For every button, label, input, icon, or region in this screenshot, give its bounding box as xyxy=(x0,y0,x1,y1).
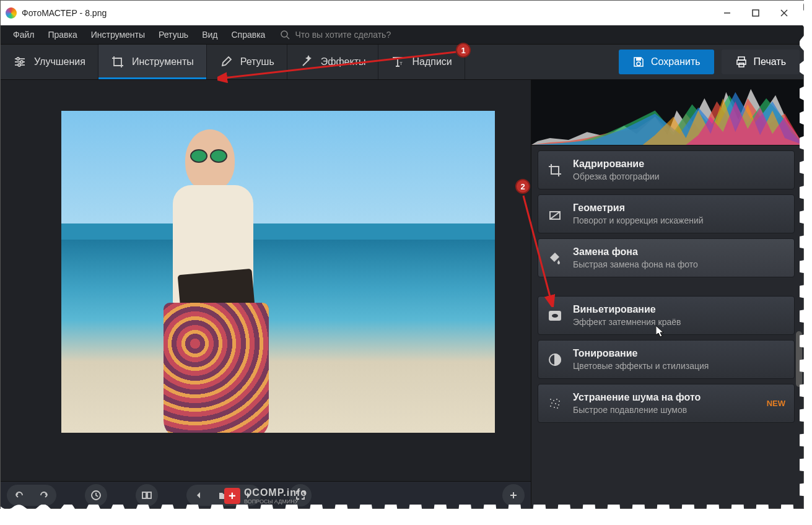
app-icon xyxy=(6,7,17,19)
svg-point-26 xyxy=(551,313,559,318)
tab-improve[interactable]: Улучшения xyxy=(1,45,98,79)
history-button[interactable] xyxy=(85,484,107,506)
search-box[interactable]: Что вы хотите сделать? xyxy=(280,30,391,40)
torn-edge-right xyxy=(800,1,808,510)
vignette-icon xyxy=(547,308,563,324)
svg-point-4 xyxy=(281,31,287,37)
tool-toning[interactable]: Тонирование Цветовые эффекты и стилизаци… xyxy=(538,340,795,379)
tool-denoise[interactable]: Устранение шума на фото Быстрое подавлен… xyxy=(538,384,795,423)
wand-icon xyxy=(300,55,313,69)
tool-desc: Эффект затемнения краёв xyxy=(573,317,785,327)
crop-icon xyxy=(111,55,124,69)
main-area: + OCOMP.info ВОПРОСЫ АДМИНУ xyxy=(1,80,803,508)
app-body: Файл Правка Инструменты Ретушь Вид Справ… xyxy=(1,25,803,508)
tool-desc: Цветовые эффекты и стилизация xyxy=(573,361,785,371)
svg-point-37 xyxy=(557,407,558,409)
tab-tools[interactable]: Инструменты xyxy=(98,45,207,79)
noise-icon xyxy=(547,396,563,412)
print-button[interactable]: Печать xyxy=(722,50,800,74)
maximize-button[interactable] xyxy=(741,3,770,23)
text-icon: T xyxy=(391,55,404,69)
tool-title: Тонирование xyxy=(573,348,785,359)
svg-point-34 xyxy=(558,404,559,406)
print-icon xyxy=(735,56,748,68)
svg-point-35 xyxy=(550,406,551,407)
geometry-icon xyxy=(547,206,563,222)
svg-point-28 xyxy=(550,399,551,400)
tool-desc: Обрезка фотографии xyxy=(573,171,785,181)
search-placeholder: Что вы хотите сделать? xyxy=(295,30,391,40)
save-icon xyxy=(632,56,645,68)
toolbar: Улучшения Инструменты Ретушь Эффекты T Н… xyxy=(1,44,803,80)
histogram xyxy=(531,80,803,145)
menu-edit[interactable]: Правка xyxy=(41,27,83,42)
tool-crop[interactable]: Кадрирование Обрезка фотографии xyxy=(538,150,795,189)
svg-rect-14 xyxy=(636,58,641,61)
svg-rect-18 xyxy=(739,63,744,67)
photo-subject xyxy=(136,111,297,433)
svg-text:T: T xyxy=(399,61,403,66)
watermark-icon: + xyxy=(224,488,240,504)
tool-title: Замена фона xyxy=(573,246,785,258)
svg-point-15 xyxy=(637,62,640,66)
undo-button[interactable] xyxy=(7,485,32,506)
sliders-icon xyxy=(13,55,27,69)
svg-point-29 xyxy=(553,400,554,401)
svg-rect-17 xyxy=(737,60,746,64)
close-button[interactable] xyxy=(770,3,798,23)
compare-button[interactable] xyxy=(136,484,158,506)
tool-title: Виньетирование xyxy=(573,304,785,315)
save-button[interactable]: Сохранить xyxy=(619,50,714,74)
photo-canvas[interactable] xyxy=(61,111,495,433)
watermark-sub: ВОПРОСЫ АДМИНУ xyxy=(244,498,307,505)
svg-point-10 xyxy=(20,61,23,63)
svg-point-32 xyxy=(551,402,552,404)
toning-icon xyxy=(547,352,563,368)
svg-point-30 xyxy=(556,399,557,400)
canvas-area: + OCOMP.info ВОПРОСЫ АДМИНУ xyxy=(1,80,531,508)
tab-effects[interactable]: Эффекты xyxy=(287,45,379,79)
tab-improve-label: Улучшения xyxy=(34,56,85,67)
menu-tools[interactable]: Инструменты xyxy=(85,27,151,42)
menu-help[interactable]: Справка xyxy=(225,27,271,42)
save-label: Сохранить xyxy=(651,56,701,67)
minimize-button[interactable] xyxy=(713,3,741,23)
prev-button[interactable] xyxy=(186,485,211,506)
search-icon xyxy=(280,30,290,40)
menu-retouch[interactable]: Ретушь xyxy=(152,27,194,42)
menu-file[interactable]: Файл xyxy=(7,27,40,42)
svg-point-11 xyxy=(18,64,20,66)
svg-point-33 xyxy=(555,403,556,404)
watermark-text: OCOMP.info xyxy=(244,487,307,498)
tab-retouch[interactable]: Ретушь xyxy=(207,45,287,79)
paint-bucket-icon xyxy=(547,250,563,266)
svg-rect-20 xyxy=(142,492,146,498)
zoom-in-button[interactable] xyxy=(502,484,525,506)
svg-point-36 xyxy=(554,407,555,408)
redo-button[interactable] xyxy=(32,485,56,506)
tool-vignette[interactable]: Виньетирование Эффект затемнения краёв xyxy=(538,296,795,335)
menubar: Файл Правка Инструменты Ретушь Вид Справ… xyxy=(1,25,803,44)
brush-icon xyxy=(219,55,233,69)
tab-text[interactable]: T Надписи xyxy=(378,45,465,79)
print-label: Печать xyxy=(754,56,786,67)
torn-edge-bottom xyxy=(1,505,805,513)
svg-rect-21 xyxy=(147,492,151,498)
titlebar: ФотоМАСТЕР - 8.png xyxy=(1,1,803,25)
crop-icon xyxy=(547,162,563,178)
tab-text-label: Надписи xyxy=(412,56,452,67)
tool-background-replace[interactable]: Замена фона Быстрая замена фона на фото xyxy=(538,238,795,277)
tab-effects-label: Эффекты xyxy=(321,56,366,67)
tool-title: Геометрия xyxy=(573,202,785,214)
tools-list[interactable]: Кадрирование Обрезка фотографии Геометри… xyxy=(531,145,803,508)
new-badge: NEW xyxy=(767,399,785,408)
svg-point-9 xyxy=(17,58,19,60)
tool-title: Устранение шума на фото xyxy=(573,392,757,403)
tool-desc: Поворот и коррекция искажений xyxy=(573,215,785,225)
tool-geometry[interactable]: Геометрия Поворот и коррекция искажений xyxy=(538,194,795,233)
svg-point-31 xyxy=(559,401,560,402)
tab-retouch-label: Ретушь xyxy=(240,56,274,67)
app-window: ФотоМАСТЕР - 8.png Файл Правка Инструмен… xyxy=(0,0,804,509)
menu-view[interactable]: Вид xyxy=(196,27,224,42)
tab-tools-label: Инструменты xyxy=(132,56,194,67)
